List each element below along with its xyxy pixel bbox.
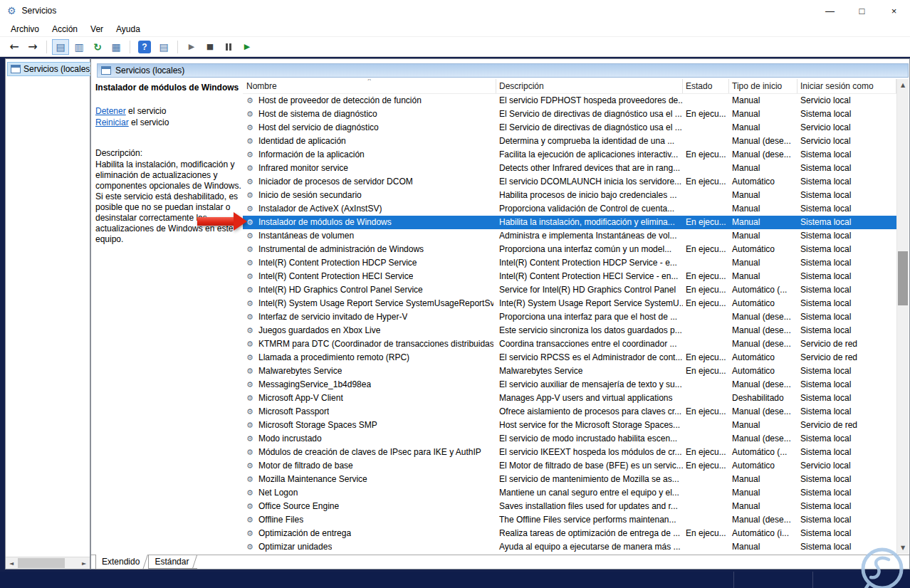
service-row[interactable]: ⚙Información de la aplicaciónFacilita la… <box>243 148 896 162</box>
service-gear-icon: ⚙ <box>246 527 256 540</box>
service-row[interactable]: ⚙Intel(R) Content Protection HDCP Servic… <box>243 256 896 270</box>
service-row[interactable]: ⚙Net LogonMantiene un canal seguro entre… <box>243 486 896 500</box>
cell-inicio: Manual <box>729 94 797 107</box>
service-row[interactable]: ⚙Iniciador de procesos de servidor DCOME… <box>243 175 896 189</box>
selected-service-title: Instalador de módulos de Windows <box>95 83 242 93</box>
cell-estado: En ejecu... <box>683 175 729 189</box>
service-row[interactable]: ⚙Microsoft PassportOfrece aislamiento de… <box>243 405 896 419</box>
column-header-iniciar-sesion-como[interactable]: Iniciar sesión como <box>797 79 896 93</box>
start-service-icon[interactable]: ▶ <box>183 39 200 55</box>
restart-service-link[interactable]: Reiniciar <box>95 117 129 127</box>
service-row[interactable]: ⚙Host de proveedor de detección de funci… <box>243 94 896 107</box>
minimize-button[interactable]: — <box>814 0 846 21</box>
cell-inicio: Automático <box>729 297 797 310</box>
pause-service-icon[interactable] <box>220 39 237 55</box>
back-icon[interactable]: ← <box>6 39 23 55</box>
console-tree-icon[interactable]: ▤ <box>52 39 69 55</box>
cell-desc: Habilita procesos de inicio bajo credenc… <box>496 189 683 202</box>
console-tree-panel: Servicios (locales) ◄ ► <box>5 58 90 569</box>
horizontal-scrollbar-thumb[interactable] <box>18 558 65 568</box>
tree-item-servicios-locales[interactable]: Servicios (locales) <box>7 62 96 76</box>
service-row[interactable]: ⚙Inicio de sesión secundarioHabilita pro… <box>243 189 896 202</box>
menu-accion[interactable]: Acción <box>46 24 84 34</box>
cell-name: ⚙Net Logon <box>243 486 496 500</box>
service-row[interactable]: ⚙Motor de filtrado de baseEl Motor de fi… <box>243 459 896 473</box>
scroll-left-icon[interactable]: ◄ <box>6 557 17 569</box>
tab-extendido[interactable]: Extendido <box>95 555 148 569</box>
service-row[interactable]: ⚙Malwarebytes ServiceMalwarebytes Servic… <box>243 364 896 378</box>
column-header-nombre[interactable]: ^ Nombre <box>243 79 496 93</box>
column-header-estado[interactable]: Estado <box>683 79 729 93</box>
forward-icon[interactable]: → <box>24 39 41 55</box>
cell-name: ⚙KTMRM para DTC (Coordinador de transacc… <box>243 337 496 351</box>
cell-desc: El servicio DCOMLAUNCH inicia los servid… <box>496 175 683 189</box>
column-header-descripcion[interactable]: Descripción <box>496 79 683 93</box>
list-header: ^ Nombre Descripción Estado Tipo de inic… <box>243 79 896 94</box>
service-row[interactable]: ⚙Instalador de módulos de WindowsHabilit… <box>243 216 896 229</box>
service-row[interactable]: ⚙Instalador de ActiveX (AxInstSV)Proporc… <box>243 202 896 216</box>
toolbar-separator <box>46 41 47 53</box>
menu-ayuda[interactable]: Ayuda <box>110 24 147 34</box>
service-row[interactable]: ⚙Optimizar unidadesAyuda al equipo a eje… <box>243 540 896 554</box>
cell-estado: En ejecu... <box>683 270 729 283</box>
stop-link-suffix: el servicio <box>126 106 167 116</box>
extended-view-icon[interactable]: ▤ <box>155 39 172 55</box>
service-gear-icon: ⚙ <box>246 243 256 256</box>
scroll-right-icon[interactable]: ► <box>78 557 90 569</box>
list-vertical-scrollbar[interactable]: ▲ ▼ <box>896 79 909 554</box>
service-row[interactable]: ⚙Microsoft Storage Spaces SMPHost servic… <box>243 419 896 432</box>
cell-estado: En ejecu... <box>683 405 729 419</box>
service-row[interactable]: ⚙Modo incrustadoEl servicio de modo incr… <box>243 432 896 446</box>
cell-sesion: Servicio local <box>797 459 896 473</box>
service-row[interactable]: ⚙Host del servicio de diagnósticoEl Serv… <box>243 121 896 135</box>
service-row[interactable]: ⚙Instrumental de administración de Windo… <box>243 243 896 256</box>
cell-desc: Host service for the Microsoft Storage S… <box>496 419 683 432</box>
service-name: MessagingService_1b4d98ea <box>258 378 371 392</box>
cell-sesion: Servicio de red <box>797 419 896 432</box>
vertical-scrollbar-thumb[interactable] <box>898 251 908 305</box>
service-row[interactable]: ⚙Llamada a procedimiento remoto (RPC)El … <box>243 351 896 364</box>
cell-desc: Habilita la instalación, modificación y … <box>496 216 683 229</box>
tree-horizontal-scrollbar[interactable]: ◄ ► <box>6 557 90 569</box>
service-row[interactable]: ⚙Módulos de creación de claves de IPsec … <box>243 446 896 459</box>
maximize-button[interactable]: □ <box>846 0 878 21</box>
service-row[interactable]: ⚙Intel(R) System Usage Report Service Sy… <box>243 297 896 310</box>
service-row[interactable]: ⚙Microsoft App-V ClientManages App-V use… <box>243 392 896 405</box>
service-row[interactable]: ⚙Instantáneas de volumenAdministra e imp… <box>243 229 896 243</box>
cell-name: ⚙Identidad de aplicación <box>243 135 496 148</box>
stop-service-link[interactable]: Detener <box>95 106 126 116</box>
column-header-tipo-de-inicio[interactable]: Tipo de inicio <box>729 79 797 93</box>
service-name: Optimizar unidades <box>258 540 332 554</box>
service-row[interactable]: ⚙Juegos guardados en Xbox LiveEste servi… <box>243 324 896 337</box>
service-row[interactable]: ⚙Identidad de aplicaciónDetermina y comp… <box>243 135 896 148</box>
close-button[interactable]: × <box>878 0 910 21</box>
stop-service-icon[interactable]: ■ <box>202 39 219 55</box>
properties-icon[interactable]: ▥ <box>70 39 88 55</box>
service-row[interactable]: ⚙Optimización de entregaRealiza tareas d… <box>243 527 896 540</box>
service-row[interactable]: ⚙Interfaz de servicio invitado de Hyper-… <box>243 310 896 324</box>
service-row[interactable]: ⚙Mozilla Maintenance ServiceEl servicio … <box>243 473 896 486</box>
service-name: Modo incrustado <box>258 432 322 446</box>
cell-inicio: Automático <box>729 175 797 189</box>
export-list-icon[interactable]: ▦ <box>108 39 125 55</box>
restart-service-icon[interactable]: ▶ <box>239 39 256 55</box>
cell-sesion: Sistema local <box>797 202 896 216</box>
service-row[interactable]: ⚙MessagingService_1b4d98eaEl servicio au… <box>243 378 896 392</box>
cell-inicio: Manual <box>729 486 797 500</box>
menu-ver[interactable]: Ver <box>84 24 110 34</box>
help-icon[interactable]: ? <box>138 41 151 53</box>
refresh-icon[interactable]: ↻ <box>89 39 106 55</box>
cell-desc: El servicio auxiliar de mensajería de te… <box>496 378 683 392</box>
service-row[interactable]: ⚙Offline FilesThe Offline Files service … <box>243 513 896 527</box>
menu-archivo[interactable]: Archivo <box>4 24 46 34</box>
service-row[interactable]: ⚙Office Source EngineSaves installation … <box>243 500 896 513</box>
tab-estandar[interactable]: Estándar <box>148 555 197 569</box>
scroll-up-icon[interactable]: ▲ <box>897 79 909 91</box>
service-row[interactable]: ⚙Host de sistema de diagnósticoEl Servic… <box>243 107 896 121</box>
service-row[interactable]: ⚙Intel(R) HD Graphics Control Panel Serv… <box>243 283 896 297</box>
cell-estado: En ejecu... <box>683 297 729 310</box>
service-row[interactable]: ⚙Infrared monitor serviceDetects other I… <box>243 162 896 175</box>
service-row[interactable]: ⚙Intel(R) Content Protection HECI Servic… <box>243 270 896 283</box>
column-label: Descripción <box>499 81 544 91</box>
service-row[interactable]: ⚙KTMRM para DTC (Coordinador de transacc… <box>243 337 896 351</box>
